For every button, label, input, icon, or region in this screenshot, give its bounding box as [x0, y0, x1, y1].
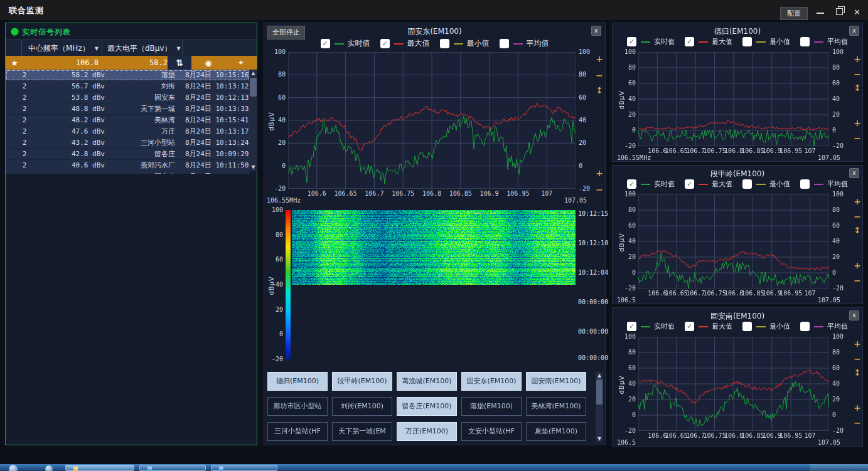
panel-close-button[interactable]: x	[849, 310, 859, 320]
table-row[interactable]: 253.8 dBv固安东8月24日 10:12:13	[6, 92, 249, 103]
fit-vertical-icon[interactable]: ↕	[852, 226, 862, 235]
zoom-in-icon[interactable]: +	[852, 119, 862, 127]
station-button[interactable]: 三河小型站(HF	[267, 422, 328, 441]
y-axis-label: dBμV	[618, 231, 625, 252]
y-axis-tick-right: -20	[832, 427, 854, 434]
station-button[interactable]: 万庄(EM100)	[397, 422, 457, 441]
start-orb[interactable]	[9, 465, 18, 471]
table-row[interactable]: 243.2 dBv三河小型站8月24日 10:13:24	[6, 137, 249, 149]
user-orb-icon[interactable]	[45, 465, 53, 471]
station-button[interactable]: 段甲岭(EM100)	[332, 372, 392, 391]
zoom-in-icon[interactable]: +	[852, 55, 862, 63]
mini-plot-area[interactable]	[638, 194, 829, 288]
station-button[interactable]: 天下第一城(EM	[332, 422, 392, 441]
zoom-out-icon[interactable]: −	[852, 418, 862, 427]
zoom-out-icon[interactable]: −	[852, 134, 862, 142]
table-row[interactable]: 256.7 dBv刘街8月24日 10:13:12	[6, 81, 249, 92]
fit-vertical-icon[interactable]: ↕	[852, 83, 862, 92]
station-button[interactable]: 美林湾(EM100)	[526, 397, 586, 416]
signal-list-scrollbar[interactable]: ▲ ▼	[249, 70, 257, 171]
close-icon[interactable]: ✕	[854, 8, 860, 17]
record-icon[interactable]: ◉	[205, 58, 212, 68]
checkbox[interactable]	[800, 179, 810, 189]
minimize-icon[interactable]	[817, 13, 824, 14]
zoom-in-icon[interactable]: +	[852, 339, 862, 348]
legend-label: 平均值	[827, 179, 848, 189]
zoom-out-icon[interactable]: −	[852, 354, 862, 363]
checkbox[interactable]	[800, 37, 810, 46]
table-row[interactable]: 247.6 dBv万庄8月24日 10:13:17	[6, 126, 249, 137]
station-button[interactable]: 固安东(EM100)	[461, 372, 522, 391]
station-button[interactable]: 德归(EM100)	[267, 372, 328, 391]
taskbar-button-folder[interactable]	[65, 465, 134, 471]
checkbox[interactable]	[742, 179, 752, 189]
taskbar-button-app1[interactable]	[139, 465, 206, 471]
table-row[interactable]: 242.8 dBv留各庄8月24日 10:09:29	[6, 149, 249, 160]
station-button[interactable]: 落垡(EM100)	[461, 397, 522, 416]
button-grid-scrollbar[interactable]: ▲ ▼	[596, 372, 603, 442]
table-row[interactable]: 240.6 dBv燕郊污水厂8月24日 10:11:50	[6, 160, 249, 171]
checkbox[interactable]	[742, 322, 752, 331]
zoom-out-icon[interactable]: −	[852, 212, 862, 221]
zoom-out-icon[interactable]: −	[594, 71, 604, 80]
station-button[interactable]: 刘街(EM100)	[332, 397, 392, 416]
cell-station: 燕郊污水厂	[122, 161, 175, 170]
station-button[interactable]: 文安小型站(HF	[461, 422, 522, 441]
star-icon[interactable]: ★	[6, 58, 23, 68]
table-row[interactable]: 248.2 dBv美林湾8月24日 10:15:41	[6, 115, 249, 126]
cell-time: 8月24日 10:12:13	[175, 93, 249, 102]
checkbox-checked[interactable]: ✓	[685, 179, 694, 189]
restore-icon[interactable]	[836, 8, 843, 15]
zoom-out-icon[interactable]: −	[852, 276, 862, 285]
table-row[interactable]: 248.8 dBv天下第一城8月24日 10:13:33	[6, 103, 249, 115]
fit-vertical-icon[interactable]: ↕	[852, 368, 862, 377]
panel-close-button[interactable]: x	[849, 168, 859, 178]
cell-channel: 2	[6, 116, 43, 124]
zoom-in-icon[interactable]: +	[594, 55, 604, 63]
mini-plot-area[interactable]	[638, 337, 829, 431]
station-button[interactable]: 固安南(EM100)	[526, 372, 586, 391]
station-button[interactable]: 留各庄(EM100)	[397, 397, 457, 416]
y-axis-tick-left: -20	[619, 427, 636, 434]
locate-icon[interactable]: ⌖	[238, 58, 243, 68]
table-row[interactable]: 258.2 dBv落垡8月24日 10:15:16	[6, 70, 249, 81]
scroll-up-icon[interactable]: ▲	[249, 70, 257, 77]
fit-vertical-icon[interactable]: ↕	[594, 86, 604, 95]
checkbox-checked[interactable]: ✓	[627, 179, 636, 189]
station-button[interactable]: 夏垫(EM100)	[526, 422, 586, 441]
zoom-in-icon[interactable]: +	[852, 261, 862, 270]
zoom-out-icon[interactable]: −	[852, 70, 862, 78]
panel-title: 段甲岭(EM100)	[613, 169, 862, 179]
system-tray[interactable]	[810, 464, 868, 471]
zoom-in-icon[interactable]: +	[594, 169, 604, 177]
scroll-down-icon[interactable]: ▼	[249, 164, 257, 171]
checkbox-checked[interactable]: ✓	[685, 37, 694, 46]
zoom-out-icon[interactable]: −	[594, 185, 604, 194]
scroll-up-icon[interactable]: ▲	[596, 372, 603, 379]
y-axis-tick-left: 60	[619, 222, 636, 229]
config-button[interactable]: 配置	[780, 7, 808, 20]
y-axis-tick-left: 20	[619, 396, 636, 403]
starred-signal-row[interactable]: ★ 106.8 58.2 ⇅ ◉ ⌖	[6, 56, 257, 70]
checkbox-checked[interactable]: ✓	[685, 322, 694, 331]
column-header-level[interactable]: 最大电平（dBμv） ▼	[102, 40, 183, 56]
station-button[interactable]: 廊坊市区小型站	[267, 397, 328, 416]
panel-close-button[interactable]: x	[849, 26, 859, 36]
table-row[interactable]: 240.4 dBv固安南8月24日 10:11:43	[6, 171, 249, 174]
zoom-in-icon[interactable]: +	[852, 403, 862, 412]
zoom-in-icon[interactable]: +	[852, 197, 862, 206]
mini-plot-area[interactable]	[638, 52, 829, 146]
scroll-thumb[interactable]	[250, 78, 257, 97]
sort-toggle-icon[interactable]: ⇅	[168, 56, 191, 70]
station-button[interactable]: 葛渔城(EM100)	[397, 372, 457, 391]
dropdown-arrow-icon[interactable]: ▼	[177, 46, 181, 51]
checkbox-checked[interactable]: ✓	[627, 37, 636, 46]
taskbar-button-app2[interactable]	[211, 465, 277, 471]
scroll-down-icon[interactable]: ▼	[596, 435, 603, 442]
scroll-thumb[interactable]	[596, 379, 603, 405]
column-header-frequency[interactable]: 中心频率（MHz） ▼	[22, 40, 102, 56]
checkbox[interactable]	[742, 37, 752, 46]
checkbox[interactable]	[800, 322, 810, 331]
dropdown-arrow-icon[interactable]: ▼	[95, 46, 99, 51]
checkbox-checked[interactable]: ✓	[627, 322, 636, 331]
